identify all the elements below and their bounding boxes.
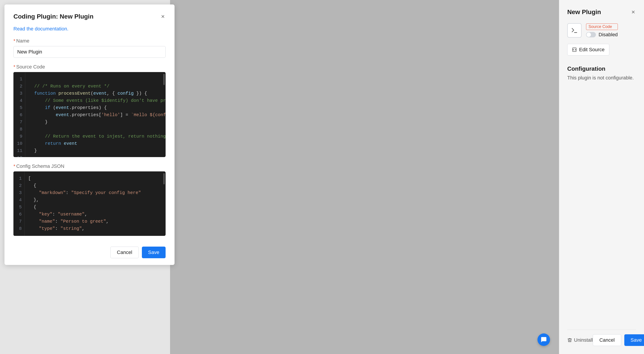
config-schema-editor[interactable]: 12345678 [ { "markdown": "Specify your c…	[14, 172, 166, 236]
plugin-icon-area: Source Code Disabled	[567, 23, 636, 38]
cancel-button[interactable]: Cancel	[110, 246, 138, 258]
overlay-background	[170, 0, 559, 354]
scroll-indicator	[163, 74, 165, 85]
modal-title: Coding Plugin: New Plugin	[14, 13, 94, 20]
required-star-2: *	[14, 64, 16, 70]
config-code-content[interactable]: [ { "markdown": "Specify your config her…	[24, 172, 166, 236]
right-panel-header: New Plugin ×	[567, 8, 636, 16]
line-numbers: 12345678910111213141516171819202122	[14, 72, 25, 157]
source-code-content[interactable]: // /* Runs on every event */ function pr…	[25, 72, 166, 157]
enabled-toggle[interactable]	[586, 32, 596, 37]
required-star-3: *	[14, 163, 16, 169]
source-code-label: *Source Code	[14, 64, 166, 70]
required-star: *	[14, 38, 16, 44]
modal-header: Coding Plugin: New Plugin ×	[14, 12, 166, 20]
uninstall-button[interactable]: Uninstall	[567, 337, 593, 343]
toggle-area: Disabled	[586, 32, 618, 38]
coding-plugin-modal: Coding Plugin: New Plugin × Read the doc…	[4, 4, 174, 265]
chat-icon	[540, 336, 547, 343]
save-button[interactable]: Save	[142, 246, 166, 258]
edit-source-icon	[572, 47, 577, 52]
right-panel: New Plugin × Source Code Disabled Edit S…	[559, 0, 644, 354]
configuration-section: Configuration This plugin is not configu…	[567, 65, 636, 81]
name-label: *Name	[14, 38, 166, 44]
config-scroll-indicator	[163, 173, 165, 184]
chat-bubble-button[interactable]	[538, 334, 550, 346]
right-cancel-button[interactable]: Cancel	[593, 334, 621, 346]
config-line-numbers: 12345678	[14, 172, 24, 236]
configuration-title: Configuration	[567, 65, 636, 72]
source-code-editor[interactable]: 12345678910111213141516171819202122 // /…	[14, 72, 166, 157]
modal-close-button[interactable]: ×	[160, 12, 166, 20]
modal-footer: Cancel Save	[14, 242, 166, 258]
trash-icon	[567, 338, 572, 342]
right-panel-title: New Plugin	[567, 8, 601, 16]
toggle-label: Disabled	[598, 32, 618, 38]
right-footer-actions: Cancel Save	[593, 334, 644, 346]
plugin-meta: Source Code Disabled	[586, 24, 618, 38]
plugin-name-input[interactable]	[14, 46, 166, 58]
uninstall-label: Uninstall	[574, 337, 593, 343]
documentation-link[interactable]: Read the documentation.	[14, 26, 166, 32]
configuration-description: This plugin is not configurable.	[567, 75, 636, 81]
source-code-badge: Source Code	[586, 24, 618, 30]
right-save-button[interactable]: Save	[624, 334, 644, 346]
right-panel-footer: Uninstall Cancel Save	[567, 330, 636, 346]
config-schema-label: *Config Schema JSON	[14, 163, 166, 169]
plugin-icon	[567, 23, 582, 38]
edit-source-label: Edit Source	[579, 47, 604, 52]
right-panel-close-button[interactable]: ×	[630, 8, 636, 16]
edit-source-button[interactable]: Edit Source	[567, 44, 609, 56]
